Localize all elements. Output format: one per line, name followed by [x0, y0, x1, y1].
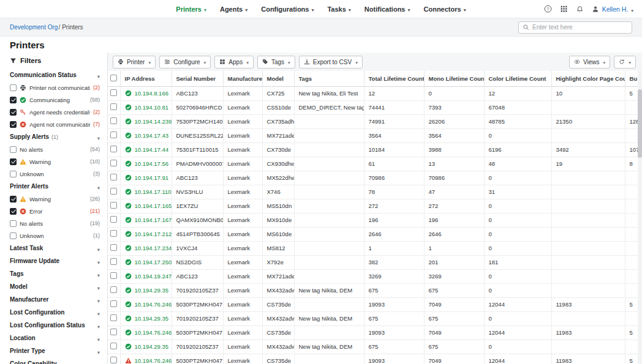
table-row[interactable]: 10.194.17.234 1VXCJ4 Lexmark MS812 1 1 0 [108, 241, 642, 255]
nav-item-tasks[interactable]: Tasks [327, 6, 350, 13]
ip-address-link[interactable]: 10.194.17.234 [135, 245, 172, 251]
scrollbar-thumb[interactable] [638, 89, 642, 158]
search-box[interactable] [518, 21, 632, 34]
ip-address-link[interactable]: 10.194.29.35 [135, 287, 168, 294]
column-header-ip-address[interactable]: IP Address [120, 71, 172, 86]
table-row[interactable]: 10.194.17.212 4514PTB300645 Lexmark MS61… [108, 227, 642, 241]
ip-address-link[interactable]: 10.194.17.212 [135, 231, 172, 237]
table-row[interactable]: 10.194.17.165 1EX7ZU Lexmark MS510dn 272… [108, 199, 642, 213]
row-checkbox[interactable] [110, 160, 117, 166]
apps-button[interactable]: Apps [214, 56, 254, 69]
select-all-checkbox[interactable] [110, 75, 117, 81]
filter-section-header[interactable]: Latest Task [10, 242, 107, 254]
checkbox[interactable] [10, 220, 17, 227]
row-checkbox[interactable] [110, 357, 117, 363]
filter-section-header[interactable]: Color Capability [10, 357, 107, 364]
filter-section-header[interactable]: Firmware Update [10, 254, 107, 267]
filter-section-header[interactable]: Manufacturer [10, 293, 107, 306]
ip-address-link[interactable]: 10.194.8.166 [135, 90, 168, 97]
ip-address-link[interactable]: 10.194.10.81 [135, 104, 168, 111]
ip-address-link[interactable]: 10.194.17.110 [135, 188, 172, 195]
row-checkbox[interactable] [110, 286, 117, 293]
ip-address-link[interactable]: 10.194.14.239 [135, 118, 172, 125]
checkbox[interactable] [10, 109, 17, 116]
table-row[interactable]: 10.194.8.166 ABC123 Lexmark CX725 New ta… [108, 86, 642, 100]
printer-button[interactable]: Printer [113, 56, 156, 69]
row-checkbox[interactable] [110, 117, 117, 124]
filter-option-communicating[interactable]: Communicating (58) [10, 94, 107, 106]
filter-section-header[interactable]: Model [10, 280, 107, 293]
filter-section-header[interactable]: Lost Configuration [10, 306, 107, 319]
ip-address-link[interactable]: 10.194.17.167 [135, 217, 172, 223]
table-row[interactable]: 10.194.17.110 NVS3HLU Lexmark X746 78 47… [108, 185, 642, 199]
filter-option-no-alerts[interactable]: No alerts (19) [10, 217, 107, 229]
row-checkbox[interactable] [110, 343, 117, 349]
ip-address-link[interactable]: 10.194.17.250 [135, 259, 172, 266]
row-checkbox[interactable] [110, 89, 117, 96]
column-header-color-lifetime-count[interactable]: Color Lifetime Count [484, 71, 551, 86]
filter-option-printer-not-communicating[interactable]: Printer not communicating (2) [10, 81, 107, 94]
row-checkbox[interactable] [110, 132, 117, 138]
column-header-model[interactable]: Model [262, 71, 294, 86]
nav-item-configurations[interactable]: Configurations [261, 6, 314, 13]
checkbox[interactable] [10, 97, 17, 103]
table-row[interactable]: 10.194.29.35 7019202105Z37 Lexmark MX432… [108, 340, 642, 354]
filter-option-no-alerts[interactable]: No alerts (54) [10, 143, 107, 155]
nav-item-printers[interactable]: Printers [176, 6, 206, 13]
row-checkbox[interactable] [110, 230, 117, 237]
filter-section-header[interactable]: Supply Alerts (1) [10, 130, 107, 143]
checkbox[interactable] [10, 171, 17, 177]
filter-option-unknown[interactable]: Unknown (3) [10, 168, 107, 180]
table-row[interactable]: 10.194.29.35 7019202105Z37 Lexmark MX432… [108, 283, 642, 297]
table-row[interactable]: 10.194.14.239 7530PT2MCH140 Lexmark CX73… [108, 114, 642, 128]
column-header-mono-lifetime-count[interactable]: Mono Lifetime Count [424, 71, 484, 86]
filter-section-header[interactable]: Printer Type [10, 344, 107, 357]
vertical-scrollbar[interactable] [638, 71, 642, 364]
filter-section-header[interactable]: Lost Configuration Status [10, 319, 107, 332]
checkbox[interactable] [10, 196, 17, 202]
table-row[interactable]: 10.194.17.167 QAMX910MONB03 Lexmark MX91… [108, 213, 642, 227]
ip-address-link[interactable]: 10.194.76.246 [135, 357, 172, 364]
checkbox[interactable] [10, 208, 17, 215]
filter-option-warning[interactable]: Warning (10) [10, 155, 107, 168]
nav-item-agents[interactable]: Agents [220, 6, 247, 13]
help-icon[interactable]: ? [544, 5, 552, 13]
checkbox[interactable] [10, 146, 17, 153]
column-header-serial-number[interactable]: Serial Number [172, 71, 223, 86]
filter-option-unknown[interactable]: Unknown (1) [10, 229, 107, 242]
filter-section-header[interactable]: Printer Alerts [10, 180, 107, 193]
filter-section-header[interactable]: Tags [10, 267, 107, 280]
row-checkbox[interactable] [110, 272, 117, 279]
user-menu[interactable]: Kellen H. [592, 4, 633, 15]
row-checkbox[interactable] [110, 188, 117, 195]
ip-address-link[interactable]: 10.194.17.91 [135, 174, 168, 181]
table-row[interactable]: 10.194.17.250 NS2DGIS Lexmark X792e 382 … [108, 255, 642, 269]
table-row[interactable]: 10.194.17.56 PMADMHV000007 Lexmark CX930… [108, 157, 642, 171]
column-header-total-lifetime-count[interactable]: Total Lifetime Count [364, 71, 424, 86]
ip-address-link[interactable]: 10.194.19.247 [135, 273, 172, 280]
ip-address-link[interactable]: 10.194.29.35 [135, 315, 168, 322]
tags-button[interactable]: Tags [257, 56, 295, 69]
table-row[interactable]: 10.194.10.81 502706946HRCD Lexmark CS510… [108, 100, 642, 114]
row-checkbox[interactable] [110, 146, 117, 152]
refresh-button[interactable] [614, 56, 636, 69]
table-row[interactable]: 10.194.19.247 ABC123 Lexmark MX721ade 32… [108, 269, 642, 283]
configure-button[interactable]: Configure [159, 56, 211, 69]
nav-item-connectors[interactable]: Connectors [424, 6, 466, 13]
notifications-bell-icon[interactable] [576, 5, 584, 13]
filter-option-agent-not-communicating[interactable]: Agent not communicating (7) [10, 118, 107, 130]
ip-address-link[interactable]: 10.194.17.165 [135, 202, 172, 209]
table-row[interactable]: 10.194.29.35 7019202105Z37 Lexmark MX432… [108, 311, 642, 325]
filter-section-header[interactable]: Communication Status [10, 69, 107, 81]
ip-address-link[interactable]: 10.194.76.246 [135, 301, 172, 308]
table-row[interactable]: 10.194.76.246 5030PT2MKH047 Lexmark CS73… [108, 354, 642, 364]
table-row[interactable]: 10.194.17.44 75301FT110015 Lexmark CX730… [108, 143, 642, 157]
breadcrumb-org-link[interactable]: Development Org [10, 24, 58, 31]
table-row[interactable]: 10.194.17.91 ABC123 Lexmark MX522dhe 709… [108, 171, 642, 185]
checkbox[interactable] [10, 232, 17, 239]
views-button[interactable]: Views [569, 56, 610, 69]
export-to-csv-button[interactable]: Export to CSV [299, 56, 363, 69]
column-header-manufacturer[interactable]: Manufacturer [223, 71, 262, 86]
column-header-tags[interactable]: Tags [294, 71, 364, 86]
filter-section-header[interactable]: Location [10, 332, 107, 344]
